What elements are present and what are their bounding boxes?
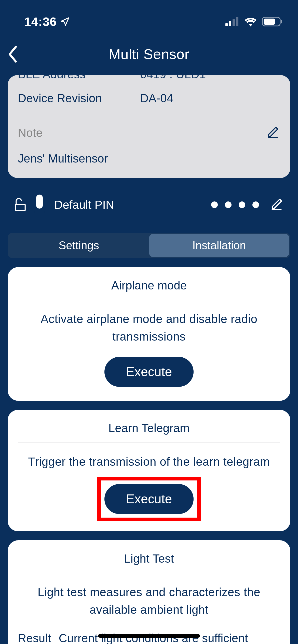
- svg-rect-0: [225, 23, 228, 26]
- pin-label: Default PIN: [54, 198, 114, 212]
- learn-telegram-card: Learn Telegram Trigger the transmission …: [8, 410, 290, 531]
- nav-header: Multi Sensor: [0, 38, 298, 75]
- learn-title: Learn Telegram: [18, 421, 280, 435]
- info-row-ble: BLE Address 0419 : ULD1: [18, 75, 280, 86]
- light-test-card: Light Test Light test measures and chara…: [8, 540, 290, 644]
- pin-dot-4: [252, 201, 259, 208]
- pin-dot-3: [239, 201, 245, 208]
- status-time: 14:36: [24, 15, 57, 29]
- tab-installation[interactable]: Installation: [149, 234, 289, 257]
- home-indicator[interactable]: [98, 634, 200, 638]
- pin-toggle[interactable]: [34, 193, 45, 216]
- device-revision-value: DA-04: [140, 91, 173, 105]
- divider: [18, 573, 280, 573]
- ble-address-label: BLE Address: [18, 75, 140, 81]
- tab-settings[interactable]: Settings: [9, 234, 149, 257]
- note-label: Note: [18, 126, 43, 140]
- battery-icon: [262, 17, 283, 26]
- status-left: 14:36: [24, 15, 70, 29]
- tabs: Settings Installation: [8, 233, 290, 258]
- wifi-icon: [244, 17, 257, 26]
- airplane-execute-button[interactable]: Execute: [104, 357, 194, 387]
- status-right: [225, 17, 283, 26]
- divider: [18, 300, 280, 300]
- back-button[interactable]: [8, 45, 18, 63]
- cellular-signal-icon: [225, 17, 239, 26]
- pin-left: Default PIN: [14, 193, 114, 216]
- light-result-label: Result: [18, 631, 51, 644]
- edit-note-button[interactable]: [265, 125, 280, 140]
- airplane-desc: Activate airplane mode and disable radio…: [18, 310, 280, 345]
- airplane-mode-card: Airplane mode Activate airplane mode and…: [8, 267, 290, 401]
- airplane-title: Airplane mode: [18, 279, 280, 292]
- pin-dot-1: [211, 201, 218, 208]
- toggle-thumb: [36, 195, 43, 209]
- svg-rect-1: [229, 21, 231, 26]
- highlight-annotation: Execute: [97, 477, 201, 521]
- ble-address-value: 0419 : ULD1: [140, 75, 206, 81]
- light-desc: Light test measures and characterizes th…: [18, 583, 280, 619]
- device-revision-label: Device Revision: [18, 91, 140, 105]
- svg-rect-2: [233, 19, 235, 26]
- info-row-revision: Device Revision DA-04: [18, 86, 280, 110]
- learn-desc: Trigger the transmission of the learn te…: [18, 453, 280, 471]
- note-value: Jens' Multisensor: [18, 152, 280, 165]
- location-icon: [60, 17, 70, 27]
- pin-dot-2: [225, 201, 232, 208]
- pin-row: Default PIN: [0, 186, 298, 226]
- page-title: Multi Sensor: [109, 46, 189, 62]
- svg-rect-3: [236, 17, 238, 26]
- pin-right: [211, 197, 284, 212]
- divider: [18, 443, 280, 443]
- status-bar: 14:36: [0, 0, 298, 38]
- svg-rect-7: [16, 204, 25, 211]
- svg-rect-5: [264, 19, 275, 25]
- unlock-icon: [14, 198, 27, 212]
- device-info-card: BLE Address 0419 : ULD1 Device Revision …: [8, 75, 290, 178]
- light-title: Light Test: [18, 552, 280, 565]
- note-section: Note: [18, 125, 280, 140]
- learn-execute-button[interactable]: Execute: [104, 484, 194, 514]
- edit-pin-button[interactable]: [269, 197, 284, 212]
- light-result-value: Current light conditions are sufficient: [59, 631, 248, 644]
- svg-rect-6: [281, 20, 282, 23]
